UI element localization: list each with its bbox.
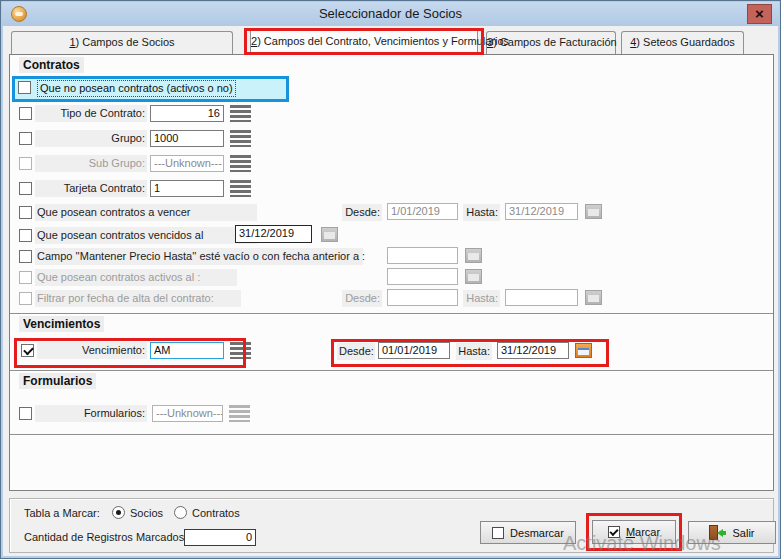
menu-icon-tipo-de-contrato[interactable] [230, 105, 251, 122]
section-divider [10, 434, 773, 436]
field-fecha-alta-hasta[interactable] [505, 289, 578, 306]
field-a-vencer-hasta[interactable]: 31/12/2019 [505, 203, 578, 220]
desmarcar-button[interactable]: Desmarcar [480, 521, 576, 544]
checkbox-no-contratos[interactable] [18, 81, 31, 94]
checkbox-contratos-vencidos[interactable] [19, 229, 32, 242]
checkbox-tipo-de-contrato[interactable] [19, 107, 32, 120]
field-tipo-de-contrato[interactable]: 16 [150, 105, 224, 122]
field-vencimiento[interactable]: AM [150, 342, 224, 359]
section-header-contratos: Contratos [19, 57, 84, 73]
menu-icon-formularios[interactable] [229, 405, 250, 422]
label-fecha-alta: Filtrar por fecha de alta del contrato: [35, 290, 241, 307]
close-button[interactable]: × [747, 4, 772, 24]
field-cantidad-registros: 0 [184, 529, 256, 546]
field-tarjeta-contrato[interactable]: 1 [150, 180, 224, 197]
menu-icon-sub-grupo[interactable] [230, 155, 251, 172]
menu-icon-grupo[interactable] [230, 130, 251, 147]
checkbox-vencimiento[interactable] [21, 344, 34, 357]
dialog-window: Seleccionador de Socios × 1) Campos de S… [0, 0, 781, 559]
calendar-icon-vencimiento[interactable] [575, 343, 592, 358]
label-contratos-a-vencer: Que posean contratos a vencer [35, 204, 257, 221]
label-no-contratos[interactable]: Que no posean contratos (activos o no) [37, 80, 236, 97]
tab-strip: 1) Campos de Socios 2) Campos del Contra… [1, 28, 781, 54]
calendar-icon-a-vencer[interactable] [585, 204, 602, 219]
label-radio-contratos[interactable]: Contratos [192, 507, 240, 519]
checkbox-contratos-activos[interactable] [19, 271, 32, 284]
field-contratos-activos[interactable] [387, 268, 458, 285]
calendar-icon-contratos-vencidos[interactable] [321, 227, 338, 242]
label-formularios: Formularios: [35, 405, 147, 422]
checkbox-fecha-alta[interactable] [19, 292, 32, 305]
calendar-icon-fecha-alta[interactable] [585, 290, 602, 305]
label-radio-socios[interactable]: Socios [130, 507, 163, 519]
label-tipo-de-contrato: Tipo de Contrato: [35, 105, 147, 122]
tab-campos-del-contrato[interactable]: 2) Campos del Contrato, Vencimientos y F… [250, 28, 478, 54]
field-vencimiento-desde[interactable]: 01/01/2019 [378, 342, 450, 359]
section-header-vencimientos: Vencimientos [19, 316, 104, 332]
label-vencimiento: Vencimiento: [37, 342, 147, 359]
tab-campos-de-socios[interactable]: 1) Campos de Socios [11, 31, 233, 54]
checkbox-formularios[interactable] [19, 407, 32, 420]
calendar-icon-contratos-activos[interactable] [465, 269, 482, 284]
field-contratos-vencidos[interactable]: 31/12/2019 [235, 225, 312, 243]
calendar-icon-mantener-precio[interactable] [465, 248, 482, 263]
activate-windows-watermark: Activate Windows [563, 532, 721, 555]
label-mantener-precio: Campo ''Mantener Precio Hasta'' esté vac… [35, 248, 363, 265]
label-tarjeta-contrato: Tarjeta Contrato: [35, 180, 147, 197]
label-contratos-vencidos: Que posean contratos vencidos al [35, 227, 257, 244]
field-vencimiento-hasta[interactable]: 31/12/2019 [497, 342, 569, 359]
label-contratos-activos: Que posean contratos activos al : [35, 269, 237, 286]
field-grupo[interactable]: 1000 [150, 130, 224, 147]
label-vencimiento-desde: Desde: [337, 343, 375, 360]
menu-icon-vencimiento[interactable] [230, 342, 251, 359]
tab-seteos-guardados[interactable]: 4) Seteos Guardados [621, 31, 744, 54]
field-fecha-alta-desde[interactable] [387, 289, 458, 306]
label-sub-grupo: Sub Grupo: [35, 155, 147, 172]
section-header-formularios: Formularios [19, 373, 96, 389]
window-title: Seleccionador de Socios [2, 6, 779, 21]
label-a-vencer-hasta: Hasta: [463, 204, 500, 221]
title-bar: Seleccionador de Socios × [2, 2, 779, 26]
label-vencimiento-hasta: Hasta: [456, 343, 492, 360]
label-cantidad-registros: Cantidad de Registros Marcados [24, 531, 184, 543]
checkbox-mantener-precio[interactable] [19, 250, 32, 263]
radio-socios[interactable] [112, 506, 125, 519]
unchecked-box-icon [492, 527, 504, 539]
tab-page-panel: Contratos Que no posean contratos (activ… [9, 54, 774, 491]
section-divider [10, 370, 773, 372]
label-tabla-a-marcar: Tabla a Marcar: [24, 507, 100, 519]
radio-contratos[interactable] [174, 506, 187, 519]
checkbox-grupo[interactable] [19, 132, 32, 145]
checkbox-sub-grupo[interactable] [19, 157, 32, 170]
field-mantener-precio[interactable] [387, 247, 458, 264]
field-sub-grupo[interactable]: ---Unknown--- [150, 155, 224, 172]
label-a-vencer-desde: Desde: [342, 204, 382, 221]
field-a-vencer-desde[interactable]: 1/01/2019 [387, 203, 458, 220]
checkbox-tarjeta-contrato[interactable] [19, 182, 32, 195]
label-grupo: Grupo: [35, 130, 147, 147]
checkbox-contratos-a-vencer[interactable] [19, 206, 32, 219]
label-fecha-alta-hasta: Hasta: [463, 290, 500, 307]
section-divider [10, 313, 773, 315]
field-formularios[interactable]: ---Unknown--- [152, 405, 223, 422]
label-fecha-alta-desde: Desde: [342, 290, 382, 307]
menu-icon-tarjeta-contrato[interactable] [230, 180, 251, 197]
close-icon: × [755, 5, 764, 22]
